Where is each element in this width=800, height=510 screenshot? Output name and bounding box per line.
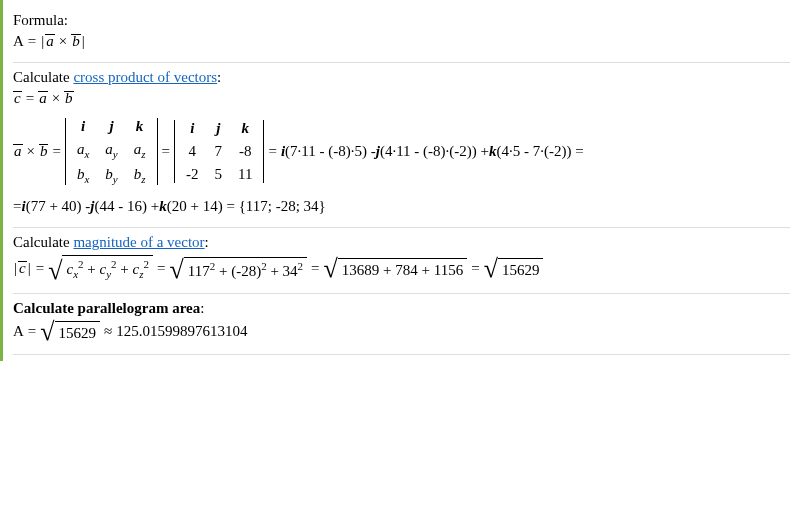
- area-line: A = √ 15629 ≈ 125.01599897613104: [13, 321, 790, 342]
- sim-k: (20 + 14) = {117; -28; 34}: [167, 198, 326, 215]
- calc-prefix: Calculate: [13, 234, 73, 250]
- bz: bz: [126, 163, 154, 188]
- equals-prefix: =: [13, 198, 21, 215]
- unit-j: j: [97, 115, 125, 138]
- vector-a: a: [45, 34, 55, 49]
- area-label: Calculate parallelogram area: [13, 300, 200, 316]
- sqrt-symbolic: √ cx2 + cy2 + cz2: [48, 255, 153, 281]
- vector-b: b: [39, 144, 49, 159]
- vector-a: a: [13, 144, 23, 159]
- expand-j-text: (4·11 - (-8)·(-2)) +: [380, 143, 489, 160]
- cell: j: [206, 117, 230, 140]
- vector-a: a: [38, 91, 48, 106]
- cell: 11: [230, 163, 260, 186]
- magnitude-line: |c| = √ cx2 + cy2 + cz2 = √ 1172 + (-28)…: [13, 255, 790, 281]
- section-formula: Formula: A = | a × b |: [13, 6, 790, 63]
- cross-product-link[interactable]: cross product of vectors: [73, 69, 217, 85]
- approx-symbol: ≈: [100, 323, 116, 340]
- c-definition: c = a × b: [13, 90, 790, 107]
- determinant-line: a × b = ijk ax ay az bx by bz =: [13, 115, 790, 188]
- colon: :: [200, 300, 204, 316]
- area-result: 125.01599897613104: [116, 323, 247, 340]
- formula-expression: A = | a × b |: [13, 33, 790, 50]
- cell: 7: [206, 140, 230, 163]
- unit-k: k: [159, 198, 167, 215]
- equals: =: [264, 143, 280, 160]
- vector-c: c: [13, 91, 22, 106]
- cell: -2: [178, 163, 207, 186]
- vector-b: b: [71, 34, 81, 49]
- equals: =: [48, 143, 64, 160]
- equals: =: [24, 323, 40, 340]
- unit-k: k: [489, 143, 497, 160]
- formula-label: Formula:: [13, 12, 790, 29]
- vector-b: b: [64, 91, 74, 106]
- section-magnitude: Calculate magnitude of a vector: |c| = √…: [13, 228, 790, 294]
- equals: =: [22, 90, 38, 107]
- colon: :: [217, 69, 221, 85]
- colon: :: [205, 234, 209, 250]
- equals: =: [32, 260, 48, 277]
- A-symbol: A: [13, 33, 24, 50]
- section-cross-product: Calculate cross product of vectors: c = …: [13, 63, 790, 228]
- equals: =: [158, 143, 174, 160]
- unit-k: k: [126, 115, 154, 138]
- cell: -8: [230, 140, 260, 163]
- sqrt-area: √ 15629: [40, 321, 100, 342]
- unit-i: i: [69, 115, 97, 138]
- by: by: [97, 163, 125, 188]
- sqrt-squares: √ 1172 + (-28)2 + 342: [169, 257, 307, 280]
- expand-k-text: (4·5 - 7·(-2)) =: [497, 143, 584, 160]
- abs-close: |: [81, 33, 86, 50]
- cell: i: [178, 117, 207, 140]
- area-heading: Calculate parallelogram area:: [13, 300, 790, 317]
- bx: bx: [69, 163, 97, 188]
- simplify-line: = i(77 + 40) - j(44 - 16) + k(20 + 14) =…: [13, 198, 790, 215]
- cell: 4: [178, 140, 207, 163]
- cross-symbol: ×: [23, 143, 39, 160]
- ay: ay: [97, 138, 125, 163]
- determinant-numeric: ijk 47-8 -2511: [174, 117, 264, 186]
- section-area: Calculate parallelogram area: A = √ 1562…: [13, 294, 790, 355]
- equals: =: [24, 33, 40, 50]
- equals: =: [467, 260, 483, 277]
- sim-j: (44 - 16) +: [95, 198, 160, 215]
- determinant-symbolic: ijk ax ay az bx by bz: [65, 115, 158, 188]
- calc-prefix: Calculate: [13, 69, 73, 85]
- cross-product-heading: Calculate cross product of vectors:: [13, 69, 790, 86]
- sqrt-result: √ 15629: [484, 258, 544, 279]
- az: az: [126, 138, 154, 163]
- A-symbol: A: [13, 323, 24, 340]
- magnitude-link[interactable]: magnitude of a vector: [73, 234, 204, 250]
- magnitude-heading: Calculate magnitude of a vector:: [13, 234, 790, 251]
- ax: ax: [69, 138, 97, 163]
- cell: 5: [206, 163, 230, 186]
- expand-i-text: (7·11 - (-8)·5) -: [285, 143, 376, 160]
- vector-c: c: [18, 261, 27, 276]
- cell: k: [230, 117, 260, 140]
- sim-i: (77 + 40) -: [26, 198, 91, 215]
- sqrt-sum: √ 13689 + 784 + 1156: [324, 258, 468, 279]
- equals: =: [307, 260, 323, 277]
- equals: =: [153, 260, 169, 277]
- cross-symbol: ×: [48, 90, 64, 107]
- cross-symbol: ×: [55, 33, 71, 50]
